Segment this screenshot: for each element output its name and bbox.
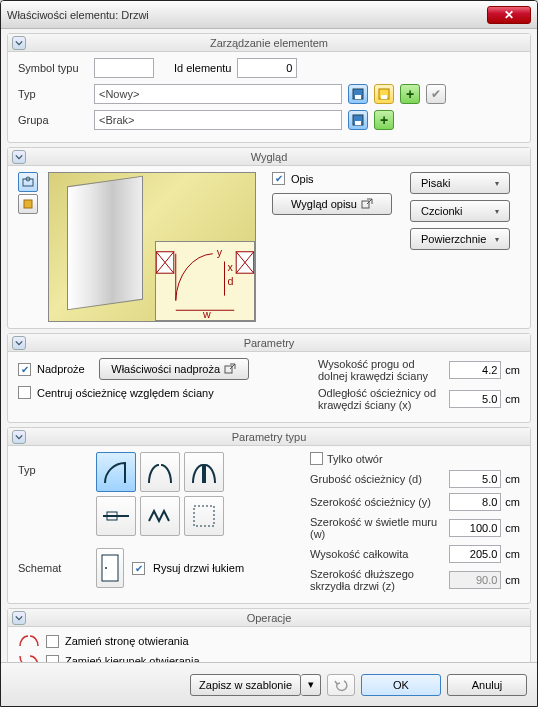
type-edit-icon[interactable] (374, 84, 394, 104)
svg-text:x: x (227, 261, 233, 273)
clear-width-input[interactable]: 100.0 (449, 519, 501, 537)
window-title: Właściwości elementu: Drzwi (7, 9, 149, 21)
section-look-title: Wygląd (8, 151, 530, 163)
lintel-props-button[interactable]: Właściwości nadproża (99, 358, 249, 380)
draw-arc-checkbox[interactable]: ✔ (132, 562, 145, 575)
door-type-double-out[interactable] (184, 452, 224, 492)
close-button[interactable]: ✕ (487, 6, 531, 24)
symbol-label: Symbol typu (18, 62, 88, 74)
type-add-button[interactable]: + (400, 84, 420, 104)
dialog-window: Właściwości elementu: Drzwi ✕ Zarządzani… (0, 0, 538, 707)
flip-dir-icon (18, 653, 40, 662)
frame-dist-input[interactable]: 5.0 (449, 390, 501, 408)
undo-button[interactable] (327, 674, 355, 696)
door-type-single[interactable] (96, 452, 136, 492)
svg-point-28 (105, 567, 107, 569)
dimension-diagram: w x d y (155, 241, 255, 321)
collapse-manage[interactable] (12, 36, 26, 50)
svg-rect-26 (194, 506, 214, 526)
total-height-input[interactable]: 205.0 (449, 545, 501, 563)
save-template-dropdown[interactable]: ▾ (301, 674, 321, 696)
svg-rect-22 (362, 201, 369, 208)
section-ops: Operacje Zamień stronę otwierania Zamień… (7, 608, 531, 662)
op1-label: Zamień stronę otwierania (65, 635, 189, 647)
section-manage-title: Zarządzanie elementem (8, 37, 530, 49)
svg-rect-27 (102, 555, 118, 581)
only-hole-checkbox[interactable] (310, 452, 323, 465)
scheme-tile[interactable] (96, 548, 124, 588)
type-save-icon[interactable] (348, 84, 368, 104)
frame-thickness-input[interactable]: 5.0 (449, 470, 501, 488)
scheme-label: Schemat (18, 562, 88, 574)
section-type-params-title: Parametry typu (8, 431, 530, 443)
collapse-type-params[interactable] (12, 430, 26, 444)
type-dropdown[interactable]: <Nowy> (94, 84, 342, 104)
sill-height-label: Wysokość progu od dolnej krawędzi ściany (318, 358, 445, 382)
preview-tab-3d[interactable] (18, 172, 38, 192)
center-checkbox[interactable] (18, 386, 31, 399)
desc-appearance-button[interactable]: Wygląd opisu (272, 193, 392, 215)
svg-rect-8 (24, 200, 32, 208)
door-type-sliding[interactable] (96, 496, 136, 536)
door-type-label: Typ (18, 452, 88, 476)
svg-rect-3 (381, 95, 387, 99)
surfaces-button[interactable]: Powierzchnie (410, 228, 510, 250)
longer-leaf-label: Szerokość dłuższego skrzydła drzwi (z) (310, 568, 445, 592)
svg-text:w: w (202, 308, 211, 320)
cancel-button[interactable]: Anuluj (447, 674, 527, 696)
group-add-button[interactable]: + (374, 110, 394, 130)
pens-button[interactable]: Pisaki (410, 172, 510, 194)
door-type-opening[interactable] (184, 496, 224, 536)
op1-checkbox[interactable] (46, 635, 59, 648)
id-label: Id elementu (174, 62, 231, 74)
dialog-body: Zarządzanie elementem Symbol typu Id ele… (1, 29, 537, 662)
op2-label: Zamień kierunek otwierania (65, 655, 200, 662)
id-input[interactable] (237, 58, 297, 78)
ok-button[interactable]: OK (361, 674, 441, 696)
svg-rect-6 (23, 179, 33, 186)
section-params-title: Parametry (8, 337, 530, 349)
door-type-folding[interactable] (140, 496, 180, 536)
draw-arc-label: Rysuj drzwi łukiem (153, 562, 244, 574)
group-save-icon[interactable] (348, 110, 368, 130)
group-label: Grupa (18, 114, 88, 126)
undo-icon (334, 678, 348, 692)
titlebar: Właściwości elementu: Drzwi ✕ (1, 1, 537, 29)
flip-side-icon (18, 633, 40, 649)
desc-checkbox[interactable]: ✔ (272, 172, 285, 185)
type-confirm-button[interactable]: ✔ (426, 84, 446, 104)
frame-dist-label: Odległość ościeżnicy od krawędzi ściany … (318, 387, 445, 411)
sill-height-input[interactable]: 4.2 (449, 361, 501, 379)
preview-tab-2d[interactable] (18, 194, 38, 214)
lintel-label: Nadproże (37, 363, 85, 375)
external-icon (361, 198, 373, 210)
save-template-button[interactable]: Zapisz w szablonie (190, 674, 301, 696)
symbol-input[interactable] (94, 58, 154, 78)
frame-width-input[interactable]: 8.0 (449, 493, 501, 511)
svg-text:y: y (217, 246, 223, 258)
frame-width-label: Szerokość ościeżnicy (y) (310, 496, 445, 508)
door-preview: w x d y (48, 172, 256, 322)
collapse-ops[interactable] (12, 611, 26, 625)
only-hole-label: Tylko otwór (327, 453, 444, 465)
group-dropdown[interactable]: <Brak> (94, 110, 342, 130)
svg-rect-1 (355, 95, 361, 99)
fonts-button[interactable]: Czcionki (410, 200, 510, 222)
svg-rect-5 (355, 121, 361, 125)
clear-width-label: Szerokość w świetle muru (w) (310, 516, 445, 540)
lintel-checkbox[interactable]: ✔ (18, 363, 31, 376)
type-label: Typ (18, 88, 88, 100)
external-icon (224, 363, 236, 375)
section-manage: Zarządzanie elementem Symbol typu Id ele… (7, 33, 531, 143)
total-height-label: Wysokość całkowita (310, 548, 445, 560)
preview-tabs (18, 172, 40, 322)
op2-checkbox[interactable] (46, 655, 59, 663)
center-label: Centruj ościeżnicę względem ściany (37, 387, 214, 399)
door-type-double-in[interactable] (140, 452, 180, 492)
svg-rect-23 (225, 366, 232, 373)
section-ops-title: Operacje (8, 612, 530, 624)
collapse-look[interactable] (12, 150, 26, 164)
collapse-params[interactable] (12, 336, 26, 350)
section-look: Wygląd (7, 147, 531, 329)
frame-thickness-label: Grubość ościeżnicy (d) (310, 473, 445, 485)
